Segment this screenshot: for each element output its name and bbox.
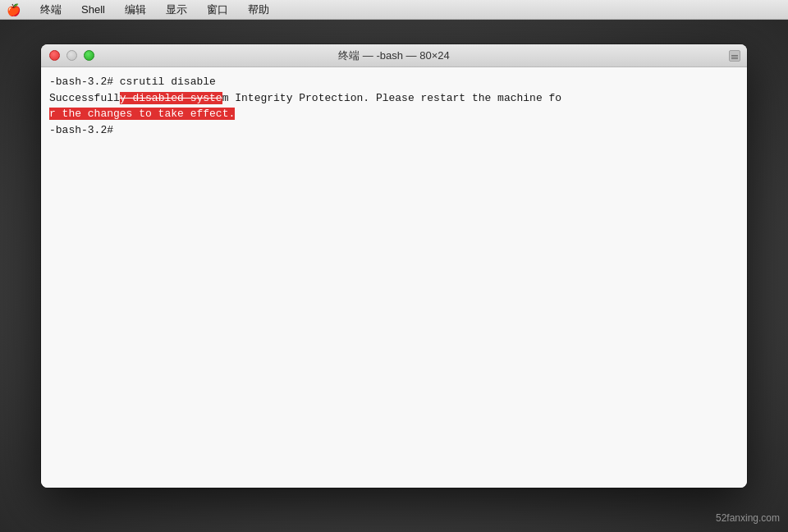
strikethrough-text: y disabled syste (120, 92, 222, 104)
menu-window[interactable]: 窗口 (204, 1, 231, 19)
title-bar: 终端 — -bash — 80×24 (41, 44, 747, 67)
close-button[interactable] (49, 50, 60, 61)
menu-display[interactable]: 显示 (163, 1, 190, 19)
menu-help[interactable]: 帮助 (245, 1, 273, 19)
traffic-lights (49, 50, 94, 61)
terminal-line-4: -bash-3.2# (49, 122, 739, 139)
scrollbar-toggle-icon[interactable] (729, 50, 740, 62)
terminal-content[interactable]: -bash-3.2# csrutil disable Successfully … (41, 67, 747, 488)
menu-terminal[interactable]: 终端 (37, 1, 65, 19)
window-title: 终端 — -bash — 80×24 (338, 48, 449, 63)
terminal-line-2: Successfully disabled system Integrity P… (49, 90, 739, 107)
watermark: 52fanxing.com (716, 512, 780, 524)
apple-menu[interactable]: 🍎 (7, 3, 21, 16)
menu-shell[interactable]: Shell (78, 2, 108, 17)
terminal-window: 终端 — -bash — 80×24 -bash-3.2# csrutil di… (41, 44, 747, 488)
desktop: 终端 — -bash — 80×24 -bash-3.2# csrutil di… (0, 20, 788, 532)
highlighted-text: r the changes to take effect. (49, 108, 235, 120)
maximize-button[interactable] (84, 50, 94, 61)
menu-edit[interactable]: 编辑 (121, 1, 149, 19)
menubar: 🍎 终端 Shell 编辑 显示 窗口 帮助 (0, 0, 788, 20)
terminal-line-3: r the changes to take effect. (49, 106, 739, 122)
minimize-button[interactable] (66, 50, 77, 61)
terminal-line-1: -bash-3.2# csrutil disable (49, 74, 739, 90)
